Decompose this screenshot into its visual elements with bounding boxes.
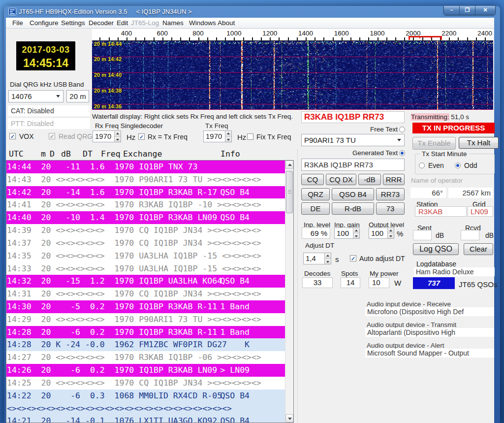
- waterfall-row-label: 20 m 14:42: [94, 56, 122, 62]
- scroll-up-icon[interactable]: [285, 161, 293, 169]
- operator-label: Name of operator: [411, 177, 463, 184]
- decode-row[interactable]: 14:28 20 -6 0.2 1970 IQ1BP R3KAB R-111 B…: [6, 326, 285, 339]
- decode-row[interactable]: 14:25 20 <><><><><> 1970 CQ IQ1BP JN34 >…: [6, 377, 285, 390]
- msg-button-qrz[interactable]: QRZ: [301, 188, 330, 200]
- decode-row[interactable]: 14:39 20 <><><><><> 1970 CQ IQ1BP JN34 >…: [6, 224, 285, 237]
- menu-bar: FileConfigureSettingsDecoderEditJT65-Log…: [6, 18, 494, 29]
- ruler-tick: [350, 37, 351, 40]
- ruler-tick: [368, 37, 369, 40]
- menu-item-edit[interactable]: Edit: [117, 18, 128, 29]
- decode-row[interactable]: 14:35 20 <><><><><> 1970 UA3LHA IQ1BP -1…: [6, 250, 285, 262]
- station-field[interactable]: R3KAB: [415, 206, 467, 217]
- ruler-tick: [333, 37, 334, 40]
- rx-freq-spinner[interactable]: 1970: [93, 130, 121, 142]
- audio-label: Audio input device - Receive: [367, 300, 451, 308]
- read-qrg-checkbox[interactable]: ✓: [49, 133, 55, 139]
- ruler-tick: [297, 37, 298, 40]
- menu-item-about[interactable]: About: [218, 18, 235, 29]
- vox-checkbox[interactable]: ✓: [9, 133, 16, 139]
- maximize-button[interactable]: ❐: [460, 6, 475, 15]
- decode-table[interactable]: 14:44 20 -11 1.6 1970 IQ1BP TNX 7314:43 …: [6, 160, 294, 423]
- auto-adjust-checkbox[interactable]: ✓: [350, 255, 356, 261]
- msg-button--db[interactable]: -dB: [358, 174, 381, 185]
- menu-item-jt65-log[interactable]: JT65-Log: [131, 18, 159, 29]
- menu-item-decoder[interactable]: Decoder: [89, 18, 114, 29]
- decode-row[interactable]: 14:41 20 <><><><><> 1970 R3KAB IQ1BP -10…: [6, 198, 285, 211]
- decode-row[interactable]: 14:32 20 -15 1.2 1970 IQ1BP UA3LHA KO64Q…: [6, 275, 285, 288]
- fix-tx-checkbox[interactable]: [247, 133, 253, 140]
- distance-field: 2567 km: [448, 188, 493, 198]
- msg-button-cq[interactable]: CQ: [301, 174, 324, 185]
- decode-row[interactable]: 14:29 20 <><><><><> 1970 P90ARI1 73 TU >…: [6, 313, 285, 326]
- decode-row[interactable]: 14:37 20 <><><><><> 1970 CQ IQ1BP JN34 >…: [6, 237, 285, 250]
- ruler-label: 2400: [474, 30, 496, 37]
- decode-row[interactable]: 14:27 20 <><><><><> 1970 R3KAB IQ1BP -06…: [6, 351, 285, 364]
- waterfall-display[interactable]: 20 m 14:4420 m 14:4220 m 14:4020 m 14:38…: [92, 41, 493, 110]
- menu-item-configure[interactable]: Configure: [30, 18, 59, 29]
- decode-row[interactable]: 14:44 20 -11 1.6 1970 IQ1BP TNX 73: [6, 161, 285, 173]
- ruler-tick: [198, 37, 199, 40]
- table-scrollbar[interactable]: [285, 161, 293, 423]
- ruler-tick: [395, 37, 396, 40]
- decode-row[interactable]: 14:28 20 K -24 -0.0 1962 FM1ZBC WF0PIR D…: [6, 338, 285, 351]
- decode-row[interactable]: 14:40 20 -10 1.4 1970 IQ1BP R3KAB LN09QS…: [6, 211, 285, 224]
- minimize-button[interactable]: –: [444, 6, 460, 15]
- dial-qrg-combo[interactable]: 14076: [8, 90, 63, 102]
- msg-button-cq-dx[interactable]: CQ DX: [326, 174, 356, 185]
- grid-field[interactable]: LN09: [468, 206, 493, 217]
- decode-row[interactable]: 14:33 20 <><><><><> 1970 UA3LHA IQ1BP -1…: [6, 262, 285, 275]
- close-button[interactable]: ✕: [475, 6, 495, 15]
- free-text-radio[interactable]: [399, 127, 405, 132]
- msg-button-qso-b4[interactable]: QSO B4: [332, 188, 374, 200]
- even-radio[interactable]: [419, 163, 425, 168]
- scroll-down-icon[interactable]: [285, 414, 293, 423]
- generated-text-input[interactable]: R3KAB IQ1BP RR73: [301, 159, 405, 171]
- free-text-dropdown[interactable]: P90ARI1 73 TU: [301, 134, 405, 146]
- waterfall-row-label: 20 m 14:36: [94, 103, 122, 109]
- decode-row[interactable]: <><><><><><><><><><><><><><><><><><><><>…: [6, 402, 285, 415]
- table-header-d: D: [50, 149, 55, 159]
- msg-button-rrr[interactable]: RRR: [383, 174, 405, 185]
- output-level-spinner[interactable]: 100: [369, 228, 394, 239]
- clear-button[interactable]: Clear: [464, 243, 493, 255]
- sent-field[interactable]: [413, 230, 432, 240]
- inp-gain-spinner[interactable]: 100: [334, 228, 360, 239]
- adjust-dt-spinner[interactable]: 1,4: [303, 253, 331, 264]
- odd-radio[interactable]: [455, 163, 461, 168]
- decode-row[interactable]: 14:21 20 -14 -0.1 1076 LX1TI UA3GQ KO92Q…: [6, 415, 285, 423]
- my-power-field[interactable]: 10: [369, 277, 389, 288]
- ruler-label: 400: [116, 30, 137, 37]
- tx-halt-button[interactable]: Tx Halt: [459, 137, 499, 149]
- menu-item-names[interactable]: Names: [162, 18, 184, 29]
- decode-row[interactable]: 14:30 20 -5 0.2 1970 IQ1BP R3KAB R-111 B…: [6, 300, 285, 313]
- msg-button-r-db[interactable]: R-dB: [332, 202, 374, 215]
- decode-row[interactable]: 14:43 20 <><><><><> 1970 P90ARI1 73 TU >…: [6, 173, 285, 186]
- decode-row[interactable]: 14:22 20 -6 0.3 1068 MM0LID RX4CD R-05QS…: [6, 390, 285, 402]
- ruler-tick: [386, 37, 387, 40]
- menu-item-file[interactable]: File: [12, 18, 23, 29]
- scroll-thumb[interactable]: [286, 171, 293, 213]
- table-header-dt: DT: [83, 149, 93, 159]
- rx-eq-tx-checkbox[interactable]: ✓: [138, 133, 145, 140]
- decode-row[interactable]: 14:31 20 <><><><><> 1970 CQ IQ1BP JN34 >…: [6, 288, 285, 300]
- rcvd-field[interactable]: [461, 230, 479, 240]
- desktop: JT65-HF HB9HQX-Edition Version 3.5< IQ1B…: [0, 0, 504, 423]
- title-bar[interactable]: JT65-HF HB9HQX-Edition Version 3.5< IQ1B…: [4, 6, 500, 17]
- msg-button-rr73[interactable]: RR73: [376, 188, 405, 200]
- generated-text-radio[interactable]: [399, 150, 405, 156]
- band-field[interactable]: 20 m: [66, 90, 89, 102]
- decodes-field: 33: [302, 277, 333, 288]
- ruler-tick: [154, 37, 155, 40]
- window-controls: – ❐ ✕: [443, 6, 496, 15]
- ruler-tick: [144, 37, 145, 40]
- msg-button-de[interactable]: DE: [301, 202, 330, 215]
- decode-row[interactable]: 14:42 20 -14 1.6 1970 IQ1BP R3KAB R-17QS…: [6, 186, 285, 199]
- rx-freq-label: Rx Freq Singledecoder: [95, 122, 163, 130]
- tx-enable-button[interactable]: Tx Enable: [412, 137, 456, 150]
- log-qso-button[interactable]: Log QSO: [413, 243, 459, 255]
- msg-button-73[interactable]: 73: [376, 202, 405, 215]
- tx-freq-spinner[interactable]: 1970: [203, 130, 232, 142]
- menu-item-windows[interactable]: Windows: [189, 18, 216, 29]
- decode-row[interactable]: 14:26 20 -6 0.2 1970 IQ1BP R3KAB LN09> L…: [6, 364, 285, 377]
- menu-item-settings[interactable]: Settings: [61, 18, 85, 29]
